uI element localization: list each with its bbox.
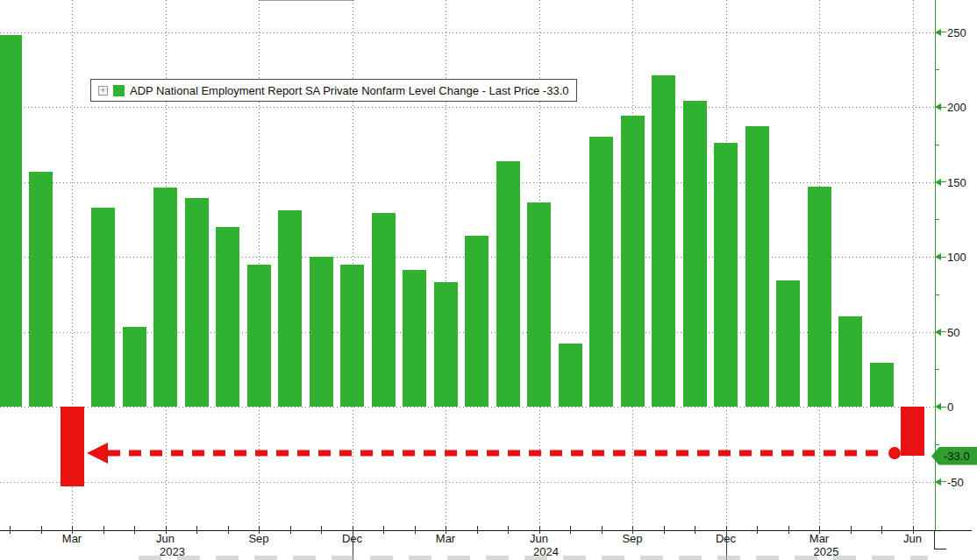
legend-expander-icon[interactable]: + [98,86,108,96]
y-axis-minor-tick [935,294,939,295]
x-axis-month-tick [383,526,384,534]
bar-sep-2024[interactable] [621,116,645,407]
bar-mar-2023[interactable] [61,407,84,486]
y-axis-minor-tick [935,69,939,70]
bar-jul-2024[interactable] [559,344,582,407]
x-axis-quarter-label: Jun [903,532,922,545]
axis-corner-mark [934,549,946,549]
y-axis-tick-label: 100 [947,251,966,264]
x-axis-month-tick [134,526,135,534]
x-axis-month-tick [788,526,789,534]
bar-feb-2025[interactable] [776,280,800,407]
bar-nov-2024[interactable] [683,101,707,407]
bar-sep-2023[interactable] [247,265,271,407]
x-axis-month-tick [477,526,478,534]
bar-apr-2024[interactable] [465,236,488,407]
y-axis-tick-arrow-icon [935,329,946,336]
x-axis-quarter-label: Jun [530,532,548,545]
bar-jan-2025[interactable] [745,126,769,407]
y-axis-tick-label: 0 [947,401,953,414]
bar-dec-2023[interactable] [340,265,364,407]
x-axis-quarter-label: Sep [622,532,642,545]
bar-may-2024[interactable] [496,161,520,407]
bar-dec-2024[interactable] [714,143,738,407]
x-axis-quarter-label: Mar [436,532,455,545]
bar-aug-2023[interactable] [216,227,239,407]
bar-may-2023[interactable] [123,327,146,407]
clipped-top-artifact [260,0,354,1]
x-axis-month-tick [196,526,197,534]
gridline-horizontal [0,482,935,483]
y-axis-tick-arrow-icon [935,103,946,110]
bar-feb-2023[interactable] [29,172,53,407]
x-axis-quarter-label: Mar [809,532,829,545]
series-color-swatch [113,85,125,96]
bar-jul-2023[interactable] [185,198,209,407]
y-axis-minor-tick [935,219,939,220]
x-axis-month-tick [508,526,509,534]
x-axis-month-tick [695,526,695,534]
gridline-horizontal [0,32,935,33]
gridline-horizontal [0,107,935,108]
bar-jan-2024[interactable] [372,213,396,407]
bar-aug-2024[interactable] [589,137,613,407]
y-axis-tick-arrow-icon [935,179,946,186]
x-axis-month-tick [415,526,416,534]
bar-may-2025[interactable] [870,363,894,407]
bar-oct-2024[interactable] [652,75,675,407]
adp-employment-bar-chart: + ADP National Employment Report SA Priv… [0,0,977,560]
x-axis-month-tick [664,526,665,534]
series-legend[interactable]: + ADP National Employment Report SA Priv… [90,79,577,102]
y-axis-tick-arrow-icon [935,253,946,260]
series-legend-label: ADP National Employment Report SA Privat… [130,84,569,97]
gridline-horizontal [0,407,935,408]
y-axis-tick-label: 150 [947,175,966,188]
x-axis-quarter-label: Sep [248,532,268,545]
clipped-bottom-text-row [139,556,928,560]
y-axis-tick-arrow-icon [935,478,946,486]
bar-jun-2024[interactable] [527,202,551,407]
bar-jun-2023[interactable] [153,188,177,407]
y-axis-minor-tick [935,369,939,370]
x-axis-month-tick [41,526,42,534]
bar-apr-2023[interactable] [91,208,115,407]
y-axis-minor-tick [935,145,939,145]
x-axis-month-tick [881,526,882,534]
y-axis-tick-arrow-icon [935,29,946,36]
y-axis-tick-label: 200 [947,101,966,114]
y-axis-minor-tick [935,444,939,445]
x-axis-month-tick [321,526,322,534]
x-axis-month-tick [228,526,229,534]
y-axis-tick-label: 50 [947,325,959,338]
x-axis-month-tick [10,526,11,534]
arrow-origin-dot [888,447,901,459]
y-axis-tick-label: 250 [947,25,966,39]
x-axis-month-tick [290,526,291,534]
bar-jan-2023[interactable] [0,35,22,407]
x-axis-quarter-label: Jun [156,532,175,545]
gridline-horizontal [0,182,935,183]
x-axis-month-tick [570,526,571,534]
axis-corner-mark [934,530,935,549]
x-axis-month-tick [851,526,852,534]
bar-oct-2023[interactable] [278,210,302,407]
x-axis-month-tick [103,526,104,534]
bar-jun-2025[interactable] [901,407,924,456]
arrow-head-icon [87,443,108,464]
bar-mar-2024[interactable] [434,282,458,407]
y-axis-tick-arrow-icon [935,403,946,410]
x-axis-month-tick [757,526,758,534]
bar-apr-2025[interactable] [838,316,862,407]
x-axis-month-tick [602,526,603,534]
bar-mar-2025[interactable] [808,187,831,407]
bar-feb-2024[interactable] [403,270,426,407]
x-axis-quarter-label: Mar [62,532,82,545]
last-price-badge: -33.0 [931,447,977,465]
y-axis-tick-label: -50 [947,475,964,488]
bottom-x-axis-line [0,530,972,531]
bar-nov-2023[interactable] [310,257,333,407]
